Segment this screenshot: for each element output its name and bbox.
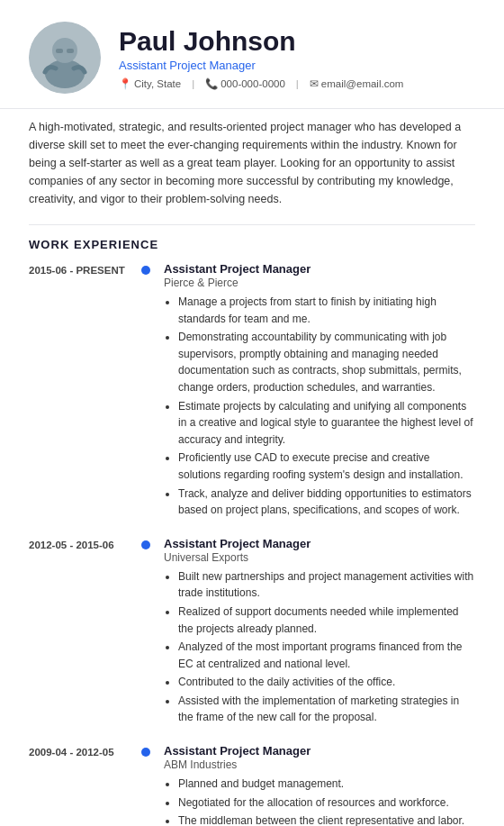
bullet: Built new partnerships and project manag… (178, 568, 475, 602)
bullet: Track, analyze and deliver bidding oppor… (178, 486, 475, 519)
candidate-name: Paul Johnson (119, 26, 475, 56)
exp-row-2: 2012-05 - 2015-06 Assistant Project Mana… (29, 537, 475, 728)
divider-1: | (192, 78, 194, 89)
avatar (29, 22, 101, 94)
exp-title-2: Assistant Project Manager (164, 537, 475, 550)
bullet: Negotiated for the allocation of resourc… (178, 794, 475, 812)
bullet: Demonstrating accountability by communic… (178, 329, 475, 395)
exp-bullets-2: Built new partnerships and project manag… (164, 568, 475, 726)
svg-rect-3 (56, 49, 63, 53)
email-text: email@email.com (321, 78, 404, 89)
divider-2: | (296, 78, 299, 89)
bullet: Contributed to the daily activities of t… (178, 674, 475, 691)
bullet: Analyzed of the most important programs … (178, 639, 475, 672)
phone-text: 000-000-0000 (220, 78, 285, 89)
exp-date-3: 2009-04 - 2012-05 (29, 744, 137, 826)
exp-dot-col-3 (137, 744, 155, 826)
work-experience-title: WORK EXPERIENCE (29, 238, 475, 251)
svg-point-1 (45, 59, 85, 88)
exp-company-3: ABM Industries (164, 758, 475, 771)
summary-text: A high-motivated, strategic, and results… (29, 118, 475, 208)
exp-content-1: Assistant Project Manager Pierce & Pierc… (155, 262, 475, 521)
bullet: Planned and budget management. (178, 776, 475, 793)
exp-row-1: 2015-06 - PRESENT Assistant Project Mana… (29, 262, 475, 521)
location-text: City, State (134, 78, 181, 89)
header: Paul Johnson Assistant Project Manager 📍… (0, 0, 504, 108)
exp-dot-2 (141, 540, 150, 549)
contact-info: 📍 City, State | 📞 000-000-0000 | ✉ email… (119, 77, 475, 90)
bullet: Assisted with the implementation of mark… (178, 693, 475, 726)
work-experience-section: WORK EXPERIENCE 2015-06 - PRESENT Assist… (0, 225, 504, 826)
exp-date-1: 2015-06 - PRESENT (29, 262, 137, 521)
bullet: Realized of support documents needed whi… (178, 604, 475, 637)
email-contact: ✉ email@email.com (310, 77, 404, 90)
exp-bullets-3: Planned and budget management. Negotiate… (164, 776, 475, 826)
email-icon: ✉ (310, 77, 319, 90)
exp-dot-col-1 (137, 262, 155, 521)
exp-company-2: Universal Exports (164, 551, 475, 564)
exp-dot-1 (141, 266, 150, 275)
header-info: Paul Johnson Assistant Project Manager 📍… (119, 26, 475, 90)
exp-dot-col-2 (137, 537, 155, 728)
exp-bullets-1: Manage a projects from start to finish b… (164, 294, 475, 519)
summary-section: A high-motivated, strategic, and results… (0, 108, 504, 224)
candidate-title: Assistant Project Manager (119, 59, 475, 72)
bullet: The middleman between the client represe… (178, 812, 475, 826)
exp-dot-3 (141, 748, 150, 757)
svg-rect-4 (67, 49, 74, 53)
bullet: Manage a projects from start to finish b… (178, 294, 475, 327)
exp-title-1: Assistant Project Manager (164, 262, 475, 276)
exp-content-2: Assistant Project Manager Universal Expo… (155, 537, 475, 728)
phone-icon: 📞 (205, 77, 218, 90)
exp-date-2: 2012-05 - 2015-06 (29, 537, 137, 728)
exp-content-3: Assistant Project Manager ABM Industries… (155, 744, 475, 826)
location-icon: 📍 (119, 77, 131, 90)
exp-row-3: 2009-04 - 2012-05 Assistant Project Mana… (29, 744, 475, 826)
exp-company-1: Pierce & Pierce (164, 277, 475, 289)
exp-title-3: Assistant Project Manager (164, 744, 475, 758)
phone-contact: 📞 000-000-0000 (205, 77, 285, 90)
location-contact: 📍 City, State (119, 77, 181, 90)
bullet: Estimate projects by calculating and uni… (178, 398, 475, 449)
bullet: Proficiently use CAD to execute precise … (178, 449, 475, 483)
